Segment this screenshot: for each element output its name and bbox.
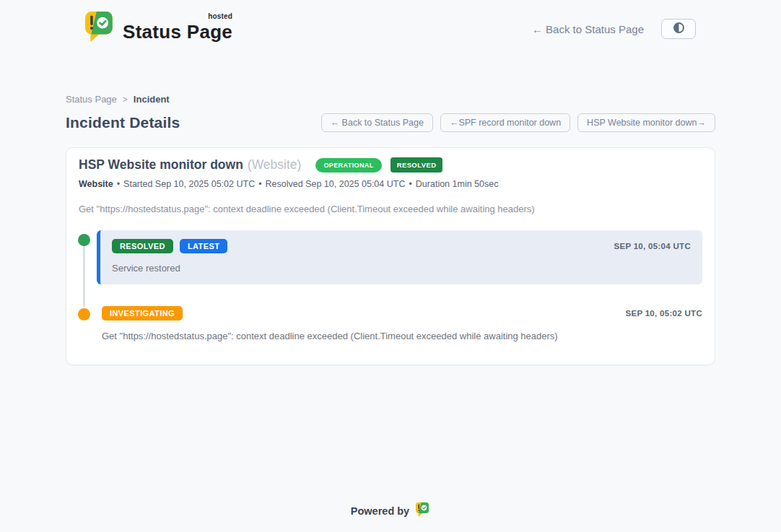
logo-hosted-label: hosted [208,12,232,20]
meta-started: Started Sep 10, 2025 05:02 UTC [123,179,255,189]
status-page-logo[interactable]: Status Pagehosted [85,12,232,46]
resolved-status-badge: RESOLVED [390,157,443,173]
status-page-mark-icon [416,502,430,520]
breadcrumb-incident: Incident [134,94,170,105]
powered-by-label: Powered by [351,505,409,517]
meta-duration: Duration 1min 50sec [416,179,499,189]
update-message: Service restored [112,263,691,274]
page-title: Incident Details [66,114,180,131]
resolved-badge: RESOLVED [112,239,173,253]
timeline-dot-orange [78,308,90,320]
breadcrumb-separator: > [123,95,128,105]
next-incident-button[interactable]: HSP Website monitor down→ [577,113,715,132]
latest-badge: LATEST [180,239,227,253]
half-circle-icon [672,21,686,37]
back-to-status-page-button[interactable]: ← Back to Status Page [321,113,433,132]
incident-title: HSP Website monitor down [79,157,243,173]
meta-separator: • [117,179,120,189]
powered-by-link[interactable]: Powered by [0,502,781,520]
incident-nav-buttons: ← Back to Status Page ←SPF record monito… [321,113,715,132]
timeline-entry-resolved: RESOLVED LATEST SEP 10, 05:04 UTC Servic… [79,230,702,284]
meta-component: Website [79,179,113,189]
update-message: Get "https://hostedstatus.page": context… [102,331,702,341]
meta-separator: • [409,179,411,189]
timeline-latest-update-box: RESOLVED LATEST SEP 10, 05:04 UTC Servic… [97,230,702,284]
incident-component: (Website) [248,157,302,173]
operational-status-badge: OPERATIONAL [315,158,381,173]
prev-incident-button[interactable]: ←SPF record monitor down [440,113,570,132]
incident-meta: Website • Started Sep 10, 2025 05:02 UTC… [79,179,702,189]
meta-separator: • [258,179,261,189]
breadcrumb-status-page[interactable]: Status Page [66,94,117,105]
update-timestamp: SEP 10, 05:04 UTC [614,242,691,250]
site-header: Status Pagehosted ← Back to Status Page [0,0,781,46]
theme-toggle-button[interactable] [661,19,696,39]
incident-timeline: RESOLVED LATEST SEP 10, 05:04 UTC Servic… [79,230,702,341]
timeline-entry-investigating: INVESTIGATING SEP 10, 05:02 UTC Get "htt… [79,306,702,341]
incident-description: Get "https://hostedstatus.page": context… [79,204,702,214]
incident-card: HSP Website monitor down (Website) OPERA… [66,147,715,365]
timeline-dot-green [78,234,90,246]
header-back-to-status-page-link[interactable]: ← Back to Status Page [532,23,644,35]
status-page-logo-icon [85,12,115,46]
investigating-badge: INVESTIGATING [102,306,183,320]
breadcrumb: Status Page > Incident [66,94,715,105]
logo-title: Status Pagehosted [123,15,232,43]
page-footer: Powered by © 2025-10-08 14:10:34.772084 … [0,502,781,532]
meta-resolved: Resolved Sep 10, 2025 05:04 UTC [266,179,406,189]
update-timestamp: SEP 10, 05:02 UTC [625,309,702,318]
